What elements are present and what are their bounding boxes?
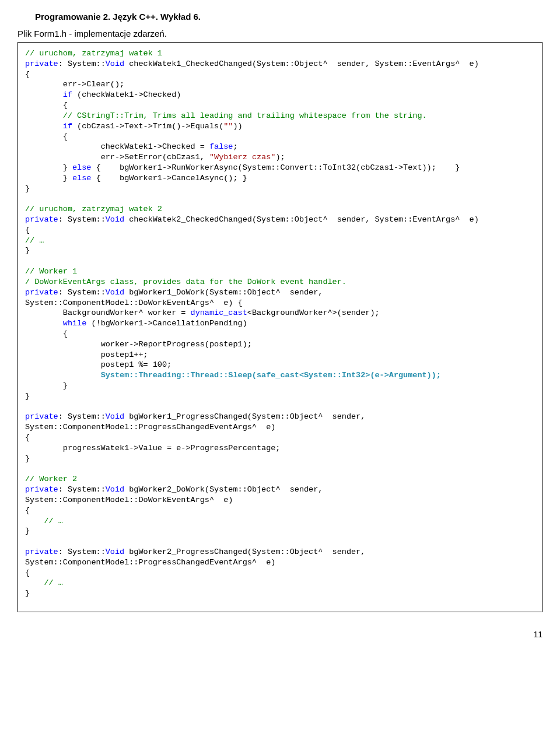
code-kw: private [25,412,58,421]
code-text: { bgWorker1->RunWorkerAsync(System::Conv… [91,163,460,172]
code-line: } [25,381,68,390]
code-kw: private [25,59,58,68]
code-text: { bgWorker1->CancelAsync(); } [91,174,247,183]
code-comment: // CStringT::Trim, Trims all leading and… [25,111,427,120]
code-str: "" [223,122,233,131]
code-line: System::ComponentModel::DoWorkEventArgs^… [25,299,243,307]
code-text: : System:: [58,485,106,494]
code-text: : System:: [58,548,106,556]
code-text [25,122,63,131]
code-kw: else [72,163,91,172]
code-text: ; [233,142,237,151]
code-listing: // uruchom, zatrzymaj watek 1 private: S… [18,42,542,612]
page-subtitle: Plik Form1.h - implementacje zdarzeń. [18,29,542,38]
code-text: bgWorker1_ProgressChanged(System::Object… [124,412,365,421]
page-number: 11 [18,630,542,639]
code-kw: Void [106,485,124,494]
code-kw: if [63,122,72,131]
code-line: System::ComponentModel::ProgressChangedE… [25,423,275,431]
code-line: } [25,454,30,463]
code-line: } [25,527,30,535]
code-text: : System:: [58,215,106,224]
code-line: System::ComponentModel::DoWorkEventArgs^… [25,496,233,504]
code-kw: false [209,142,233,151]
code-kw: if [63,90,72,99]
code-text: checkWatek2_CheckedChanged(System::Objec… [124,215,479,224]
code-line: { [25,568,30,577]
code-comment: / DoWorkEventArgs class, provides data f… [25,278,346,286]
code-line: { [25,101,68,110]
code-line: { [25,226,30,234]
code-kw: while [63,319,87,328]
code-kw: Void [106,548,124,556]
code-line: } [25,246,30,255]
code-kw: private [25,485,58,494]
code-comment: // … [25,236,44,245]
code-line: postep1 %= 100; [25,360,172,369]
code-text: bgWorker2_ProgressChanged(System::Object… [124,548,365,556]
code-kw: else [72,174,91,183]
code-text: err->SetError(cbCzas1, [25,153,209,162]
code-text: (!bgWorker1->CancellationPending) [86,319,247,328]
code-text: )) [233,122,242,131]
code-kw: dynamic_cast [191,308,247,317]
code-kw: Void [106,412,124,421]
code-line: // uruchom, zatrzymaj watek 1 [25,49,162,58]
code-text: checkWatek1_CheckedChanged(System::Objec… [124,59,479,68]
code-line: { [25,506,30,515]
code-line: worker->ReportProgress(postep1); [25,340,252,349]
code-comment: // … [25,578,63,587]
code-text: } [25,163,72,172]
code-line: progressWatek1->Value = e->ProgressPerce… [25,444,280,452]
code-kw: private [25,288,58,297]
code-kw: private [25,548,58,556]
code-text: <BackgroundWorker^>(sender); [247,308,380,317]
code-line: System::ComponentModel::ProgressChangedE… [25,558,275,567]
code-line: } [25,392,30,401]
code-line: { [25,433,30,442]
code-text: (cbCzas1->Text->Trim()->Equals( [72,122,223,131]
code-text: ); [275,153,285,162]
code-text: bgWorker1_DoWork(System::Object^ sender, [124,288,323,297]
code-line: } [25,589,30,598]
code-text: } [25,174,72,183]
code-text: bgWorker2_DoWork(System::Object^ sender, [124,485,323,494]
code-line: { [25,329,68,338]
code-comment: // Worker 2 [25,475,77,483]
code-text [25,90,63,99]
code-line: postep1++; [25,350,148,359]
code-line: err->Clear(); [25,80,124,89]
code-text: : System:: [58,412,106,421]
code-text: (checkWatek1->Checked) [72,90,181,99]
page-title: Programowanie 2. Język C++. Wykład 6. [35,12,542,22]
code-text: : System:: [58,59,106,68]
code-line: { [25,132,68,141]
code-text: checkWatek1->Checked = [25,142,209,151]
code-line: { [25,70,30,79]
code-text: : System:: [58,288,106,297]
code-kw: Void [106,215,124,224]
code-text [25,319,63,328]
code-kw: Void [106,288,124,297]
code-str: "Wybierz czas" [209,153,275,162]
code-api: System::Threading::Thread::Sleep(safe_ca… [25,371,441,380]
code-kw: private [25,215,58,224]
code-line: } [25,184,30,193]
code-text: BackgroundWorker^ worker = [25,308,191,317]
code-comment: // Worker 1 [25,267,77,276]
code-comment: // uruchom, zatrzymaj watek 2 [25,205,162,213]
code-kw: Void [106,59,124,68]
code-comment: // … [25,517,63,525]
